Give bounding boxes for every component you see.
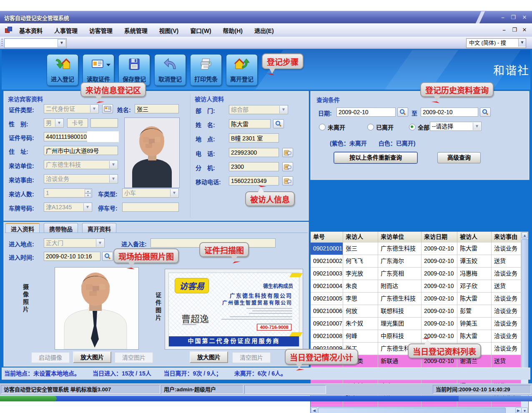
table-cell[interactable]: 洽谈业务: [492, 343, 522, 355]
col-header[interactable]: 来访事由: [492, 232, 522, 243]
table-cell[interactable]: 090210006: [311, 305, 343, 317]
table-cell[interactable]: 2009-02-10: [422, 268, 457, 280]
date-from-picker-button[interactable]: [397, 108, 408, 117]
table-cell[interactable]: 钟美玉: [457, 318, 492, 330]
table-row[interactable]: 090210004朱良附而达2009-02-10邓子欣送货: [311, 280, 522, 293]
print-slip-button[interactable]: 打印凭条: [190, 54, 222, 86]
table-cell[interactable]: 送货: [492, 355, 522, 367]
restore-icon[interactable]: ❐: [508, 14, 518, 21]
radio-icon[interactable]: [319, 124, 326, 130]
mobile-sms-button[interactable]: [282, 176, 293, 185]
radio-icon[interactable]: [367, 124, 374, 130]
table-cell[interactable]: 李思: [343, 293, 378, 305]
chevron-down-icon[interactable]: ▼: [55, 119, 63, 127]
table-cell[interactable]: 邓子欣: [457, 280, 492, 292]
chevron-down-icon[interactable]: ▼: [518, 39, 526, 47]
radio-all[interactable]: 全部: [409, 123, 429, 131]
chevron-down-icon[interactable]: ▼: [473, 123, 481, 130]
table-cell[interactable]: 洽谈业务: [492, 305, 522, 317]
table-cell[interactable]: 洽谈业务: [492, 243, 522, 255]
scroll-left-icon[interactable]: ◀: [311, 408, 317, 413]
table-cell[interactable]: 联想科技: [378, 305, 422, 317]
clear-card-button[interactable]: 清空图片: [232, 352, 271, 363]
chevron-down-icon[interactable]: ▼: [83, 203, 91, 211]
col-header[interactable]: 来访日期: [422, 232, 457, 243]
table-cell[interactable]: 090210008: [311, 330, 343, 342]
close-icon[interactable]: ✕: [519, 14, 529, 21]
col-header[interactable]: 单号: [311, 232, 343, 243]
table-cell[interactable]: 2009-02-10: [422, 280, 457, 292]
scroll-down-icon[interactable]: ▼: [522, 408, 528, 413]
clear-photo-button[interactable]: 清空图片: [115, 352, 153, 363]
vehicle-combo[interactable]: 小车▼: [122, 188, 179, 198]
table-cell[interactable]: 2009-02-10: [422, 318, 457, 330]
save-register-button[interactable]: 保存登记: [118, 54, 150, 86]
menu-item-basic[interactable]: 基本资料: [14, 23, 48, 35]
plate-combo[interactable]: 津A12345▼: [44, 203, 92, 212]
table-cell[interactable]: 090210003: [311, 268, 343, 280]
advanced-query-button[interactable]: 高级查询: [437, 152, 481, 163]
chevron-down-icon[interactable]: ▼: [90, 105, 98, 113]
table-cell[interactable]: 朱良: [343, 280, 378, 292]
mobile-input[interactable]: [229, 176, 279, 185]
table-row[interactable]: 090210003李光放广东亮相2009-02-10冯惠梅洽谈业务: [311, 268, 522, 280]
vertical-scroll-thumb[interactable]: [522, 239, 529, 378]
table-cell[interactable]: 洽谈业务: [492, 318, 522, 330]
entry-time-input[interactable]: [44, 252, 100, 261]
table-row[interactable]: 090210006何放联想科技2009-02-10彭萱洽谈业务: [311, 305, 522, 318]
horizontal-scrollbar[interactable]: ◀ ▶: [311, 407, 522, 413]
unit-combo[interactable]: 广东德生科技▼: [44, 160, 118, 169]
zoom-card-button[interactable]: 放大图片: [190, 351, 228, 363]
table-row[interactable]: 090210001张三广东德生科技2009-02-10陈大雷洽谈业务: [311, 243, 522, 255]
table-cell[interactable]: 中原科技: [378, 330, 422, 342]
date-to-picker-button[interactable]: [480, 108, 491, 117]
requery-button[interactable]: 按以上条件重新查询: [334, 152, 417, 163]
col-header[interactable]: 来访人: [343, 232, 378, 243]
radio-icon[interactable]: [409, 124, 416, 130]
table-cell[interactable]: 洽谈业务: [492, 330, 522, 342]
phone-input[interactable]: [229, 148, 279, 157]
zoom-photo-button[interactable]: 放大图片: [73, 351, 111, 363]
menu-item-view[interactable]: 视图(V): [154, 23, 184, 35]
visitor-name-input[interactable]: [135, 104, 179, 113]
table-cell[interactable]: 张三: [343, 243, 378, 255]
date-from-input[interactable]: [336, 108, 396, 117]
stepper-arrows[interactable]: ▲▼: [85, 189, 91, 197]
table-cell[interactable]: 朱个奴: [343, 318, 378, 330]
menu-item-exit[interactable]: 退出(E): [249, 23, 279, 35]
scroll-right-icon[interactable]: ▶: [515, 408, 522, 413]
table-cell[interactable]: 何飞飞: [343, 255, 378, 267]
col-header[interactable]: 来访单位: [378, 232, 422, 243]
table-cell[interactable]: 陈大雷: [457, 330, 492, 342]
table-cell[interactable]: 附而达: [378, 280, 422, 292]
card-no-button[interactable]: 卡号: [67, 118, 88, 128]
table-cell[interactable]: 广东德生科技: [378, 293, 422, 305]
chevron-down-icon[interactable]: ▼: [109, 161, 117, 168]
table-cell[interactable]: 090210002: [311, 255, 343, 267]
col-header[interactable]: 被访人: [457, 232, 492, 243]
ext-sms-button[interactable]: [282, 162, 293, 171]
dept-combo[interactable]: 综合部▼: [229, 105, 288, 114]
table-cell[interactable]: 洽谈业务: [492, 268, 522, 280]
card-no-input[interactable]: [90, 118, 118, 128]
tab-carried-items[interactable]: 携带物品: [44, 223, 78, 233]
mdi-minimize-icon[interactable]: –: [499, 27, 509, 34]
table-cell[interactable]: 陈大雷: [457, 293, 492, 305]
horizontal-scroll-thumb[interactable]: [318, 408, 506, 413]
read-card-button[interactable]: 读取证件: [83, 54, 114, 86]
table-cell[interactable]: 送货: [492, 280, 522, 292]
quick-select-combo[interactable]: ▼: [4, 38, 67, 48]
table-cell[interactable]: 李光放: [343, 268, 378, 280]
table-cell[interactable]: 090210005: [311, 293, 343, 305]
table-cell[interactable]: 谭玉姣: [457, 255, 492, 267]
start-button[interactable]: [0, 396, 57, 401]
table-cell[interactable]: 彭萱: [457, 305, 492, 317]
date-to-input[interactable]: [421, 108, 478, 117]
table-cell[interactable]: 090210004: [311, 280, 343, 292]
table-cell[interactable]: 洽谈业务: [492, 293, 522, 305]
table-row[interactable]: 090210005李思广东德生科技2009-02-10陈大雷洽谈业务: [311, 293, 522, 305]
radio-not-left[interactable]: 未离开: [319, 123, 345, 131]
mdi-restore-icon[interactable]: ❐: [510, 27, 519, 34]
chevron-down-icon[interactable]: ▼: [170, 189, 178, 197]
phone-sms-button[interactable]: [282, 148, 293, 157]
